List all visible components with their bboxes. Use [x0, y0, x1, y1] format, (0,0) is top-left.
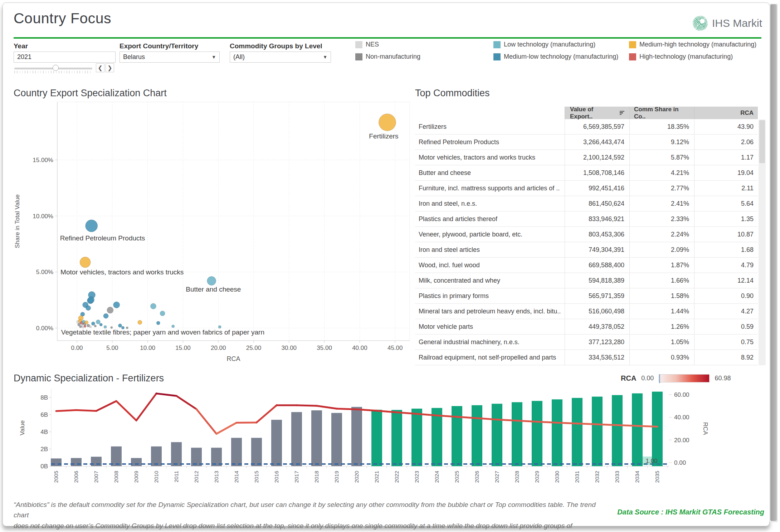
value-bar[interactable]	[492, 404, 502, 466]
value-bar[interactable]	[351, 407, 362, 466]
bubble[interactable]	[107, 307, 113, 313]
bubble[interactable]	[88, 297, 94, 303]
year-slider-thumb[interactable]	[53, 65, 59, 71]
bubble[interactable]	[85, 321, 88, 324]
value-bar[interactable]	[271, 420, 282, 466]
bubble[interactable]	[150, 303, 156, 309]
rca-line-segment[interactable]	[317, 406, 337, 409]
value-bar[interactable]	[131, 458, 142, 466]
value-bar[interactable]	[231, 438, 242, 466]
table-row[interactable]: Iron and steel articles749,304,3912.09%1…	[415, 242, 758, 258]
value-bar[interactable]	[51, 458, 62, 466]
rca-line-segment[interactable]	[237, 423, 257, 423]
value-bar[interactable]	[171, 442, 182, 466]
value-bar[interactable]	[572, 398, 582, 466]
rca-line-segment[interactable]	[597, 424, 617, 425]
level-dropdown[interactable]: (All) ▼	[230, 52, 331, 63]
value-bar[interactable]	[331, 413, 342, 466]
rca-line-segment[interactable]	[617, 425, 637, 426]
bubble[interactable]	[96, 320, 100, 324]
rca-line-segment[interactable]	[136, 394, 156, 420]
value-bar[interactable]	[612, 395, 623, 466]
value-bar[interactable]	[91, 457, 102, 466]
value-bar[interactable]	[151, 446, 162, 466]
bubble[interactable]	[80, 257, 91, 268]
table-row[interactable]: Motor vehicles, tractors and works truck…	[415, 150, 758, 165]
value-bar[interactable]	[652, 392, 663, 466]
value-bar[interactable]	[411, 409, 422, 466]
bubble[interactable]	[89, 326, 92, 328]
rca-line-segment[interactable]	[96, 401, 116, 411]
bubble[interactable]	[99, 323, 102, 326]
bubble[interactable]	[86, 220, 98, 232]
table-row[interactable]: Refined Petroleum Products3,266,443,4749…	[415, 135, 758, 150]
rca-line-segment[interactable]	[156, 394, 176, 396]
rca-line-segment[interactable]	[176, 396, 196, 409]
table-row[interactable]: Motor vehicle parts449,378,0521.26%0.59	[415, 319, 758, 335]
value-bar[interactable]	[371, 410, 382, 466]
value-bar[interactable]	[251, 438, 262, 466]
rca-line-segment[interactable]	[56, 410, 76, 411]
value-bar[interactable]	[291, 412, 302, 466]
table-row[interactable]: Butter and cheese1,508,708,1464.21%19.04	[415, 165, 758, 181]
table-header-value[interactable]: Value of Export..	[565, 107, 629, 119]
table-row[interactable]: Iron and steel, n.e.s.861,450,6242.41%5.…	[415, 196, 758, 211]
table-row[interactable]: Railroad equipment, not self-propelled a…	[415, 350, 758, 365]
window-scrollbar-thumb[interactable]	[770, 4, 777, 521]
year-next-button[interactable]: ❯	[106, 63, 114, 72]
year-input[interactable]	[14, 52, 116, 63]
value-bar[interactable]	[311, 410, 322, 466]
table-row[interactable]: Plastics in primary forms565,971,3591.58…	[415, 288, 758, 304]
table-header-share[interactable]: Comm Share in Co..	[629, 107, 694, 119]
rca-line-segment[interactable]	[497, 420, 517, 421]
table-row[interactable]: Plastics and articles thereof833,946,921…	[415, 211, 758, 227]
value-bar[interactable]	[111, 446, 122, 466]
rca-line-segment[interactable]	[297, 405, 317, 406]
bubble[interactable]	[79, 326, 82, 328]
rca-line-segment[interactable]	[116, 401, 136, 420]
bubble[interactable]	[118, 324, 122, 327]
bubble[interactable]	[156, 321, 160, 325]
value-bar[interactable]	[472, 405, 482, 466]
bubble[interactable]	[94, 325, 96, 327]
bubble[interactable]	[86, 306, 91, 311]
bubble[interactable]	[160, 311, 165, 316]
table-row[interactable]: Veneer, plywood, particle board, etc.803…	[415, 227, 758, 242]
bubble[interactable]	[218, 326, 221, 328]
rca-gradient-bar[interactable]	[659, 374, 710, 382]
table-row[interactable]: Wood, incl. fuel wood669,588,4001.87%4.7…	[415, 258, 758, 273]
rca-line-segment[interactable]	[196, 409, 216, 434]
rca-line-segment[interactable]	[76, 410, 96, 411]
rca-line-segment[interactable]	[537, 422, 557, 423]
rca-line-segment[interactable]	[637, 426, 657, 426]
value-bar[interactable]	[552, 399, 562, 466]
dynamic-specialization-chart[interactable]: 0B2B4B6B8BValue0.0020.0040.0060.00RCA200…	[14, 386, 766, 500]
year-prev-button[interactable]: ❮	[96, 63, 104, 72]
rca-line-segment[interactable]	[337, 409, 357, 409]
bubble[interactable]	[172, 325, 175, 328]
table-row[interactable]: Furniture, incl. mattress supports and a…	[415, 181, 758, 196]
bubble[interactable]	[104, 326, 107, 328]
value-bar[interactable]	[391, 410, 402, 466]
value-bar[interactable]	[512, 402, 522, 466]
bubble[interactable]	[138, 320, 142, 324]
rca-line-segment[interactable]	[557, 423, 577, 424]
rca-line-segment[interactable]	[216, 423, 237, 434]
table-row[interactable]: Mineral tars and petroleum heavy ends, i…	[415, 304, 758, 319]
value-bar[interactable]	[452, 406, 462, 466]
value-bar[interactable]	[71, 458, 82, 466]
export-specialization-bubble-chart[interactable]: 0.005.0010.0015.0020.0025.0030.0035.0040…	[14, 101, 415, 369]
bubble[interactable]	[207, 277, 216, 285]
country-dropdown[interactable]: Belarus ▼	[120, 52, 220, 63]
table-header-rca[interactable]: RCA	[694, 107, 758, 119]
table-row[interactable]: Fertilizers6,569,385,59718.35%43.90	[415, 119, 758, 135]
table-row[interactable]: General industrial machinery, n.e.s.377,…	[415, 335, 758, 350]
bubble[interactable]	[91, 322, 95, 325]
table-row[interactable]: Milk, concentrated and whey594,818,3891.…	[415, 273, 758, 288]
value-bar[interactable]	[532, 401, 542, 466]
rca-line-segment[interactable]	[517, 421, 537, 422]
value-bar[interactable]	[592, 397, 603, 466]
bubble[interactable]	[113, 302, 120, 308]
table-scrollbar-thumb[interactable]	[759, 120, 765, 163]
value-bar[interactable]	[432, 408, 442, 466]
